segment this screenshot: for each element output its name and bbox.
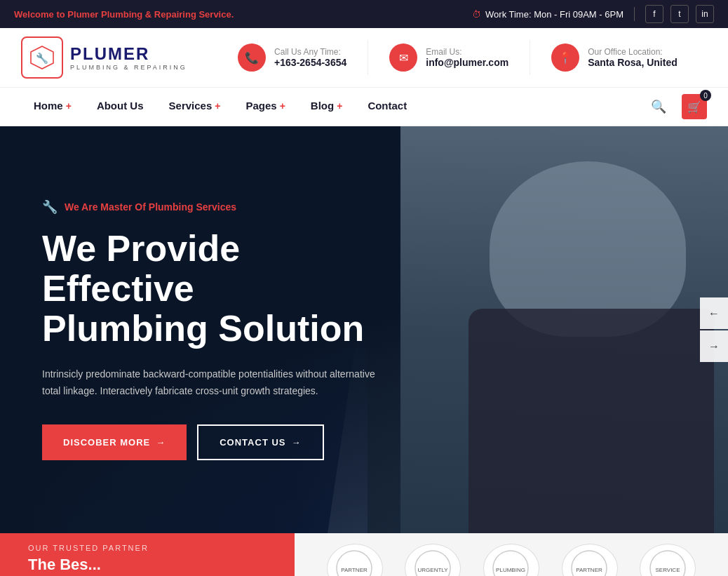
cart-button[interactable]: 🛒 0 [682, 94, 707, 119]
wrench-icon: 🔧 [42, 199, 58, 215]
nav-contact[interactable]: Contact [355, 88, 419, 126]
hero-description: Intrinsicly predominate backward-compati… [42, 366, 379, 400]
slider-prev-button[interactable]: ← [700, 297, 728, 329]
separator2 [530, 40, 530, 75]
logo-area: 🔧 PLUMER PLUMBING & REPAIRING [21, 36, 187, 79]
svg-text:PARTNER: PARTNER [342, 567, 368, 573]
trusted-title: The Bes... wit... [28, 556, 267, 576]
hero-buttons: DISCOBER MORE → CONTACT US → [42, 424, 379, 460]
nav-home[interactable]: Home+ [21, 88, 84, 126]
nav-blog[interactable]: Blog+ [298, 88, 356, 126]
hero-section: 🔧 We Are Master Of Plumbing Services We … [0, 126, 728, 533]
logo-title: PLUMER [70, 44, 187, 64]
email-icon: ✉ [389, 43, 417, 72]
twitter-icon[interactable]: t [670, 5, 689, 23]
nav-right: 🔍 🛒 0 [646, 94, 707, 119]
arrow-right-icon2: → [292, 437, 302, 448]
location-icon: 📍 [551, 43, 579, 72]
cart-count: 0 [700, 90, 711, 101]
partner-logo-2: URGENTLY [405, 544, 461, 576]
hero-tag: 🔧 We Are Master Of Plumbing Services [42, 199, 379, 215]
header-contacts: 📞 Call Us Any Time: +163-2654-3654 ✉ Ema… [208, 40, 707, 75]
facebook-icon[interactable]: f [645, 5, 663, 23]
trusted-left: OUR TRUSTED PARTNER The Bes... wit... [0, 533, 295, 576]
phone-contact: 📞 Call Us Any Time: +163-2654-3654 [238, 40, 346, 75]
svg-text:PARTNER: PARTNER [576, 567, 602, 573]
trusted-logos: PARTNER URGENTLY PLUMBING PARTNER SE [295, 533, 728, 576]
slider-next-button[interactable]: → [700, 330, 728, 362]
nav-pages[interactable]: Pages+ [233, 88, 297, 126]
top-bar-right: ⏱ Work Time: Mon - Fri 09AM - 6PM f t in [472, 5, 714, 23]
welcome-message: Welcome to Plumer Plumbing & Repairing S… [14, 9, 234, 20]
linkedin-icon[interactable]: in [696, 5, 714, 23]
phone-info: Call Us Any Time: +163-2654-3654 [274, 47, 346, 68]
navbar: Home+ About Us Services+ Pages+ Blog+ Co… [0, 88, 728, 126]
location-info: Our Office Location: Santa Rosa, United [588, 47, 678, 68]
partner-logo-4: PARTNER [562, 544, 618, 576]
svg-text:🔧: 🔧 [36, 52, 48, 65]
svg-text:PLUMBING: PLUMBING [497, 567, 526, 573]
hero-title: We Provide Effective Plumbing Solution [42, 229, 379, 349]
nav-items: Home+ About Us Services+ Pages+ Blog+ Co… [21, 88, 646, 126]
logo-subtitle: PLUMBING & REPAIRING [70, 64, 187, 71]
phone-icon: 📞 [238, 43, 266, 72]
trusted-label: OUR TRUSTED PARTNER [28, 544, 267, 552]
header: 🔧 PLUMER PLUMBING & REPAIRING 📞 Call Us … [0, 28, 728, 88]
work-time: ⏱ Work Time: Mon - Fri 09AM - 6PM [472, 9, 623, 20]
location-contact: 📍 Our Office Location: Santa Rosa, Unite… [551, 40, 678, 75]
arrow-right-icon: → [156, 437, 166, 448]
svg-text:URGENTLY: URGENTLY [417, 567, 448, 573]
search-button[interactable]: 🔍 [646, 94, 671, 119]
email-contact: ✉ Email Us: info@plumer.com [389, 40, 508, 75]
partner-logo-1: PARTNER [327, 544, 383, 576]
social-icons: f t in [645, 5, 714, 23]
email-info: Email Us: info@plumer.com [426, 47, 508, 68]
discover-more-button[interactable]: DISCOBER MORE → [42, 424, 187, 460]
partner-logo-3: PLUMBING [483, 544, 539, 576]
nav-about[interactable]: About Us [84, 88, 156, 126]
separator [368, 40, 368, 75]
clock-icon: ⏱ [472, 9, 481, 20]
divider [634, 7, 635, 21]
slider-arrows: ← → [700, 297, 728, 362]
partner-logo-5: SERVICE [640, 544, 696, 576]
logo-text: PLUMER PLUMBING & REPAIRING [70, 44, 187, 71]
trusted-section: OUR TRUSTED PARTNER The Bes... wit... PA… [0, 533, 728, 576]
logo-icon: 🔧 [21, 36, 63, 79]
top-bar: Welcome to Plumer Plumbing & Repairing S… [0, 0, 728, 28]
contact-us-button[interactable]: CONTACT US → [197, 424, 323, 460]
hero-content: 🔧 We Are Master Of Plumbing Services We … [0, 199, 421, 460]
svg-text:SERVICE: SERVICE [655, 567, 680, 573]
nav-services[interactable]: Services+ [156, 88, 234, 126]
